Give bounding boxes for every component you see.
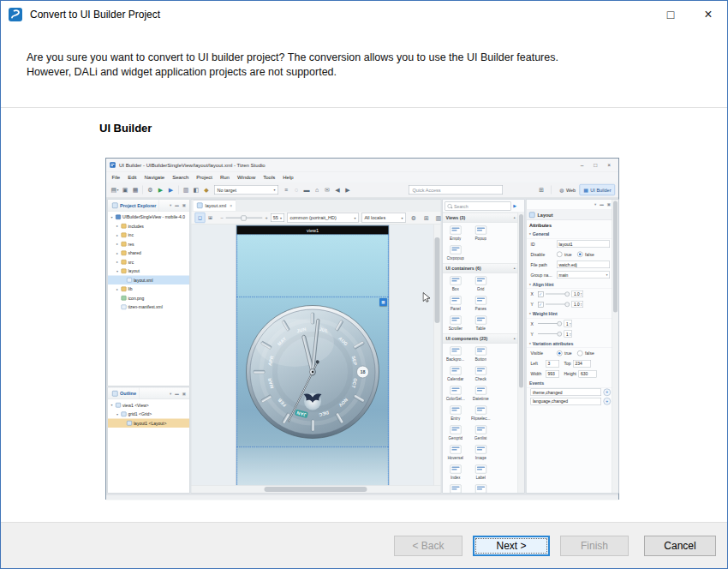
menu-file[interactable]: File: [108, 174, 124, 180]
palette-item-check[interactable]: Check: [468, 364, 494, 384]
canvas-hscrollbar[interactable]: [192, 486, 441, 494]
debug-icon[interactable]: ▶: [166, 185, 176, 195]
palette-search-input[interactable]: Search: [445, 201, 511, 210]
tree-item-uibuildersingleview-mobile-4-0[interactable]: ▾UIBuilderSingleView - mobile-4.0: [108, 213, 189, 222]
spin-down-icon[interactable]: ▾: [570, 334, 570, 336]
target-combo[interactable]: No target ▾: [214, 185, 278, 195]
tree-item-res[interactable]: ▸res: [108, 240, 189, 249]
group-name-select[interactable]: main ▾: [557, 271, 610, 279]
weight-y-slider[interactable]: [538, 331, 562, 337]
top-field[interactable]: 234: [573, 360, 591, 368]
weight-x-value[interactable]: 1 ▴▾: [564, 320, 572, 327]
grid-layout-toggle-icon[interactable]: ⊞: [206, 213, 216, 223]
scrollbar-thumb[interactable]: [265, 487, 367, 492]
menu-window[interactable]: Window: [233, 174, 259, 180]
palette-item-entry[interactable]: Entry: [443, 404, 468, 423]
device-manager-icon[interactable]: ▥: [181, 185, 191, 195]
palette-item-calendar[interactable]: Calendar: [443, 364, 468, 384]
select-tool-icon[interactable]: ◻: [195, 213, 206, 223]
zoom-out-icon[interactable]: –: [221, 215, 224, 220]
save-all-icon[interactable]: ▦: [130, 185, 140, 195]
id-field[interactable]: layout1: [557, 240, 610, 248]
tree-expander-icon[interactable]: ▸: [116, 233, 120, 237]
resolution-combo[interactable]: common (portrait_HD) ▾: [287, 213, 359, 223]
tree-item-layout[interactable]: ▾layout: [108, 267, 189, 276]
emulator-manager-icon[interactable]: ◧: [191, 185, 201, 195]
menu-tools[interactable]: Tools: [260, 174, 279, 180]
forward-nav-icon[interactable]: ▶: [343, 185, 353, 195]
mail-icon[interactable]: ✉: [322, 185, 332, 195]
tree-expander-icon[interactable]: ▾: [110, 404, 114, 408]
add-event-button[interactable]: +: [604, 389, 612, 397]
align-y-checkbox[interactable]: ✓: [538, 302, 544, 308]
tree-item-includes[interactable]: ▸includes: [108, 222, 189, 231]
palette-item-panes[interactable]: Panes: [468, 294, 494, 314]
palette-search-go-icon[interactable]: ▶: [513, 204, 516, 209]
scrollbar-thumb[interactable]: [519, 214, 523, 388]
event-field-theme-changed[interactable]: theme,changed: [531, 389, 602, 397]
palette-item-table[interactable]: Table: [468, 314, 494, 333]
tree-item-icon-png[interactable]: icon.png: [108, 294, 189, 303]
align-y-value[interactable]: 1.0 ▴▾: [572, 301, 583, 308]
palette-scrollbar[interactable]: [518, 213, 525, 493]
spin-down-icon[interactable]: ▾: [581, 294, 582, 296]
palette-item-colorsel[interactable]: ColorSel...: [443, 384, 468, 404]
tree-expander-icon[interactable]: ▸: [116, 287, 120, 291]
view-menu-icon[interactable]: ▾: [594, 202, 596, 207]
save-icon[interactable]: ▣: [120, 185, 130, 195]
grid-cell-watch[interactable]: JANFEBMARAPRMAYJUNJULAUGSEPOCTNOVDEC: [237, 297, 389, 447]
maximize-view-icon[interactable]: ▣: [182, 392, 186, 396]
properties-scrollbar[interactable]: [612, 200, 619, 493]
new-wizard-icon[interactable]: ▤▾: [110, 185, 120, 195]
align-x-value[interactable]: 1.0 ▴▾: [572, 290, 583, 297]
disable-true-radio[interactable]: [557, 251, 563, 257]
maximize-view-icon[interactable]: ▣: [182, 203, 186, 207]
guides-icon[interactable]: ⊞: [421, 213, 432, 223]
palette-item-datetime[interactable]: Datetime: [468, 384, 494, 404]
close-icon[interactable]: ×: [230, 203, 232, 208]
app-minimize-icon[interactable]: –: [581, 162, 584, 169]
minimize-view-icon[interactable]: ▬: [600, 202, 604, 207]
palette-item-label[interactable]: Label: [468, 463, 494, 482]
scrollbar-thumb[interactable]: [613, 201, 618, 313]
palette-item-popup[interactable]: Popup: [468, 224, 494, 243]
palette-item-list[interactable]: List: [468, 482, 494, 494]
tree-expander-icon[interactable]: ▸: [116, 225, 120, 229]
cancel-button[interactable]: Cancel: [644, 536, 716, 556]
tab-project-explorer[interactable]: Project Explorer: [110, 200, 159, 211]
menu-help[interactable]: Help: [279, 174, 297, 180]
menu-edit[interactable]: Edit: [124, 174, 140, 180]
group-events[interactable]: Events: [527, 379, 613, 388]
palette-section-ui-containers-6[interactable]: UI containers (6)▴: [443, 263, 518, 273]
palette-item-flipselec[interactable]: Flipselec...: [468, 404, 494, 423]
menu-search[interactable]: Search: [169, 174, 193, 180]
weight-x-slider[interactable]: [538, 320, 562, 326]
tree-expander-icon[interactable]: ▸: [116, 251, 120, 255]
width-field[interactable]: 993: [546, 370, 559, 378]
close-icon[interactable]: ×: [689, 1, 727, 28]
tree-item-grid1-grid[interactable]: ▾grid1 <Grid>: [108, 410, 189, 419]
palette-item-button[interactable]: Button: [468, 344, 494, 364]
align-x-checkbox[interactable]: ✓: [538, 291, 544, 297]
certificate-manager-icon[interactable]: ◆: [201, 185, 212, 195]
align-y-slider[interactable]: [546, 302, 570, 308]
menu-run[interactable]: Run: [216, 174, 233, 180]
palette-section-views-3[interactable]: Views (3)▴: [443, 213, 518, 223]
zoom-in-icon[interactable]: +: [266, 215, 268, 220]
locale-combo[interactable]: All locales ▾: [361, 213, 406, 223]
tab-outline[interactable]: Outline: [110, 388, 139, 399]
maximize-icon[interactable]: □: [652, 1, 689, 28]
palette-item-box[interactable]: Box: [443, 274, 468, 294]
tree-item-lib[interactable]: ▸lib: [108, 284, 189, 294]
group-weight-hint[interactable]: ▾ Weight Hint: [527, 309, 613, 319]
palette-item-gengrid[interactable]: Gengrid: [443, 423, 468, 443]
group-align-hint[interactable]: ▾ Align Hint: [527, 280, 613, 290]
tree-item-view1-view[interactable]: ▾view1 <View>: [108, 401, 189, 410]
group-variation[interactable]: ▾ Variation attributes: [527, 339, 613, 349]
tree-item-layout-xml[interactable]: layout.xml: [108, 276, 189, 285]
menu-project[interactable]: Project: [193, 174, 217, 180]
tree-item-layout1-layout[interactable]: layout1 <Layout>: [108, 419, 189, 428]
tree-expander-icon[interactable]: ▾: [116, 412, 120, 416]
spin-down-icon[interactable]: ▾: [581, 304, 582, 306]
palette-section-ui-components-23[interactable]: UI components (23)▴: [443, 333, 518, 344]
